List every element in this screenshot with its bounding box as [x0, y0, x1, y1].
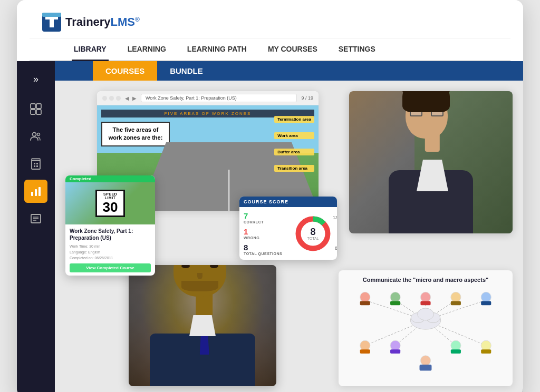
man-photo-bg [129, 265, 276, 386]
network-title: Communicate the "micro and macro aspects… [345, 277, 506, 283]
sim-main-text: The five areas of work zones are the: [101, 122, 170, 146]
glasses-left [410, 107, 422, 116]
wrong-number: 1 [244, 227, 291, 236]
svg-rect-6 [31, 110, 35, 114]
score-donut-chart: 8 TOTAL 13% 87% [293, 214, 333, 253]
donut-center: 8 TOTAL [307, 227, 319, 240]
svg-rect-13 [34, 165, 35, 167]
zone-label-transition: Transition area [274, 165, 314, 172]
svg-rect-57 [481, 349, 491, 354]
svg-point-37 [418, 308, 434, 320]
sidebar-item-users[interactable] [24, 125, 47, 148]
nav-bar: LIBRARY LEARNING LEARNING PATH MY COURSE… [30, 38, 510, 61]
score-wrong: 1 WRONG [244, 227, 291, 240]
man-eye-left [181, 265, 190, 268]
dashboard-icon [30, 103, 42, 115]
browser-dots [102, 96, 121, 101]
sidebar-item-building[interactable] [24, 152, 47, 175]
svg-point-42 [390, 292, 400, 302]
card-meta: Work Time: 30 min Language: English Comp… [70, 243, 151, 261]
card-body: Work Zone Safety, Part 1: Preparation (U… [65, 224, 155, 276]
zone-label-work: Work area [274, 132, 314, 139]
svg-rect-11 [34, 163, 35, 164]
svg-rect-49 [481, 301, 491, 306]
woman-hair [402, 91, 450, 96]
svg-rect-53 [390, 349, 400, 354]
logo: TraineryLMS® [42, 13, 140, 32]
man-eye-right [210, 265, 218, 268]
man-nose [197, 273, 202, 279]
wrong-label: WRONG [244, 236, 291, 240]
svg-point-46 [451, 292, 461, 302]
svg-rect-14 [36, 165, 38, 167]
woman-photo-panel [349, 91, 513, 233]
sidebar-item-list[interactable] [24, 207, 47, 230]
percent-correct-label: 13% [333, 215, 337, 220]
sidebar-collapse-button[interactable]: » [29, 70, 43, 89]
svg-point-50 [360, 340, 370, 350]
svg-rect-2 [50, 19, 54, 27]
speed-limit-number: 30 [99, 200, 121, 215]
svg-rect-39 [420, 365, 432, 370]
tab-bundle[interactable]: BUNDLE [157, 61, 216, 81]
full-content: COURSES BUNDLE [55, 61, 523, 392]
svg-point-52 [390, 340, 400, 350]
glasses-right [431, 107, 443, 116]
svg-rect-15 [32, 159, 40, 161]
sidebar-item-dashboard[interactable] [24, 97, 47, 121]
svg-rect-17 [35, 189, 37, 196]
logo-text: TraineryLMS® [65, 15, 140, 29]
main-content: ◀ ▶ Work Zone Safety, Part 1: Preparatio… [55, 81, 523, 392]
nav-library[interactable]: LIBRARY [72, 38, 109, 61]
building-icon [30, 158, 42, 170]
svg-rect-45 [420, 301, 430, 306]
donut-number: 8 [307, 227, 319, 237]
header-section: TraineryLMS® LIBRARY LEARNING LEARNING P… [17, 0, 523, 61]
collage-area: ◀ ▶ Work Zone Safety, Part 1: Preparatio… [65, 91, 513, 386]
correct-number: 7 [244, 211, 291, 220]
nav-learning[interactable]: LEARNING [126, 38, 168, 61]
svg-rect-41 [360, 301, 370, 306]
view-completed-button[interactable]: View Completed Course [70, 263, 151, 272]
svg-point-8 [33, 133, 36, 136]
svg-rect-18 [38, 187, 41, 196]
svg-rect-51 [360, 349, 370, 354]
tab-courses[interactable]: COURSES [93, 61, 157, 81]
correct-label: CORRECT [244, 220, 291, 224]
content-area: » [17, 61, 523, 392]
nav-forward-icon: ▶ [132, 95, 137, 101]
zone-label-buffer: Buffer area [274, 149, 314, 155]
svg-point-9 [37, 133, 40, 136]
browser-dot-2 [109, 96, 114, 101]
svg-rect-1 [45, 17, 58, 19]
browser-dot-3 [116, 96, 121, 101]
total-q-number: 8 [244, 243, 291, 252]
svg-point-38 [420, 356, 430, 366]
network-panel: Communicate the "micro and macro aspects… [339, 270, 513, 386]
zone-labels: Termination area Work area Buffer area T… [274, 116, 314, 172]
speed-limit-label: SPEED LIMIT [99, 192, 121, 200]
sidebar-item-chart[interactable] [24, 180, 47, 203]
top-bar: TraineryLMS® [30, 6, 510, 38]
svg-rect-10 [32, 160, 40, 169]
total-q-label: TOTAL QUESTIONS [244, 252, 291, 256]
svg-rect-3 [42, 13, 61, 17]
users-icon [30, 131, 42, 142]
browser-dot-1 [102, 96, 107, 101]
nav-settings[interactable]: SETTINGS [336, 38, 378, 61]
svg-point-54 [451, 340, 461, 350]
nav-my-courses[interactable]: MY COURSES [266, 38, 320, 61]
svg-rect-16 [31, 192, 33, 196]
card-title: Work Zone Safety, Part 1: Preparation (U… [70, 228, 151, 241]
nav-learning-path[interactable]: LEARNING PATH [185, 38, 249, 61]
woman-photo-bg [349, 91, 513, 233]
zone-label-termination: Termination area [274, 116, 314, 123]
list-icon [30, 213, 42, 224]
trainery-logo-icon [42, 13, 61, 32]
svg-point-48 [481, 292, 491, 302]
donut-label: TOTAL [307, 237, 319, 240]
sidebar: » [17, 61, 55, 392]
man-stubble [181, 281, 218, 291]
svg-rect-7 [36, 110, 41, 114]
svg-point-44 [420, 292, 430, 302]
